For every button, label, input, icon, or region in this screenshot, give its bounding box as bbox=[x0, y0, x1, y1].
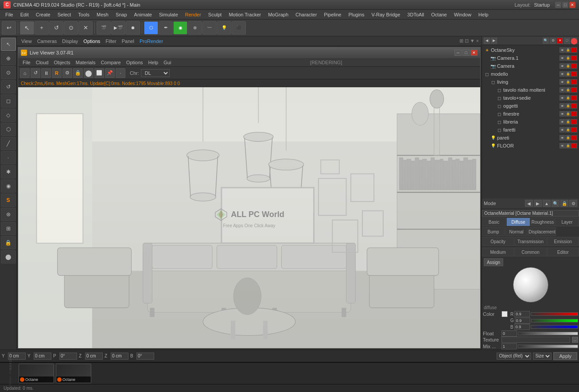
menu-mograph[interactable]: MoGraph bbox=[264, 11, 292, 18]
tree-render-octanesky[interactable] bbox=[571, 47, 577, 53]
mat-tab-normal[interactable]: Normal bbox=[505, 227, 528, 236]
tree-lock-camera1[interactable]: 🔒 bbox=[565, 55, 571, 61]
tree-item-camera1[interactable]: 📷 Camera.1 👁 🔒 bbox=[482, 54, 579, 62]
apply-button[interactable]: Apply bbox=[553, 352, 577, 360]
menu-plugins[interactable]: Plugins bbox=[345, 11, 368, 18]
tool-select[interactable]: ↖ bbox=[1, 38, 16, 51]
tree-vis-octanesky[interactable]: 👁 bbox=[560, 47, 565, 53]
close-button[interactable]: ✕ bbox=[569, 2, 575, 8]
tree-lock-camera[interactable]: 🔒 bbox=[565, 63, 571, 69]
tree-item-tavolo-rialto[interactable]: ◻ tavolo rialto molteni 👁 🔒 bbox=[482, 86, 579, 94]
lv-tool-refresh[interactable]: ↺ bbox=[31, 68, 40, 78]
tree-vis-pareti[interactable]: 👁 bbox=[560, 135, 565, 140]
lv-tool-settings[interactable]: ⚙ bbox=[62, 68, 72, 78]
menu-render[interactable]: Render bbox=[182, 11, 205, 18]
menu-motion-tracker[interactable]: Motion Tracker bbox=[225, 11, 264, 18]
tree-item-camera[interactable]: 📷 Camera 👁 🔒 bbox=[482, 62, 579, 70]
mode-scale-btn[interactable]: ⊙ bbox=[64, 21, 78, 35]
tree-lock-sedie[interactable]: 🔒 bbox=[565, 95, 571, 101]
tool-rotate2[interactable]: ↺ bbox=[1, 80, 16, 93]
lv-menu-options[interactable]: Options bbox=[124, 59, 146, 66]
maximize-button[interactable]: □ bbox=[562, 2, 568, 8]
size-dropdown[interactable]: Size bbox=[533, 353, 552, 360]
tree-item-modello[interactable]: ◻ modello 👁 🔒 bbox=[482, 70, 579, 78]
menu-octane[interactable]: Octane bbox=[427, 11, 450, 18]
mode-search-btn[interactable]: 🔍 bbox=[552, 200, 560, 207]
tool-nurbs-btn[interactable]: ⊕ bbox=[188, 21, 202, 35]
tree-lock-libreria[interactable]: 🔒 bbox=[565, 119, 571, 124]
texture-slot[interactable] bbox=[501, 337, 570, 343]
lv-minimize-btn[interactable]: ─ bbox=[455, 50, 462, 56]
lv-menu-file[interactable]: File bbox=[20, 59, 33, 66]
tool-render-btn[interactable]: ▶🎬 bbox=[111, 21, 125, 35]
tree-vis-camera1[interactable]: 👁 bbox=[560, 55, 565, 61]
taskbar-thumb-2[interactable]: Octane bbox=[56, 364, 91, 383]
lv-tool-square[interactable]: ⬜ bbox=[94, 68, 104, 78]
vc-prorender[interactable]: ProRender bbox=[138, 38, 165, 44]
tree-vis-sedie[interactable]: 👁 bbox=[560, 95, 565, 101]
mat-tab-diffuse[interactable]: Diffuse bbox=[506, 217, 530, 226]
mat-tab-editor[interactable]: Editor bbox=[547, 248, 579, 256]
tree-lock-faretti[interactable]: 🔒 bbox=[565, 127, 571, 132]
tree-header-btn-search[interactable]: 🔍 bbox=[543, 38, 549, 44]
tree-vis-libreria[interactable]: 👁 bbox=[560, 119, 565, 124]
menu-edit[interactable]: Edit bbox=[17, 11, 32, 18]
mode-move-btn[interactable]: + bbox=[35, 21, 49, 35]
tree-lock-tavolo-rialto[interactable]: 🔒 bbox=[565, 87, 571, 93]
tree-lock-octanesky[interactable]: 🔒 bbox=[565, 47, 571, 53]
lv-maximize-btn[interactable]: □ bbox=[462, 50, 470, 56]
tool-light-btn[interactable]: 💡 bbox=[217, 21, 231, 35]
coord-p-input[interactable] bbox=[59, 353, 77, 360]
live-viewer-viewport[interactable]: ALL PC World Free Apps One Click Away Re… bbox=[18, 87, 480, 348]
color-swatch[interactable] bbox=[501, 311, 508, 317]
tree-lock-pareti[interactable]: 🔒 bbox=[565, 135, 571, 140]
lv-close-btn[interactable]: ✕ bbox=[470, 50, 478, 56]
tree-vis-faretti[interactable]: 👁 bbox=[560, 127, 565, 132]
object-rel-dropdown[interactable]: Object (Rel) Object (Abs) World bbox=[497, 353, 531, 360]
mode-right-btn[interactable]: ▶ bbox=[534, 200, 542, 207]
tool-lock2[interactable]: 🔒 bbox=[1, 236, 16, 249]
lv-tool-pause[interactable]: ⏸ bbox=[41, 68, 51, 78]
tree-render-faretti[interactable] bbox=[571, 127, 577, 132]
lv-menu-cloud[interactable]: Cloud bbox=[33, 59, 51, 66]
tree-lock-finestre[interactable]: 🔒 bbox=[565, 111, 571, 116]
r-value-input[interactable] bbox=[514, 311, 530, 317]
mat-tab-common[interactable]: Common bbox=[514, 248, 546, 256]
tool-arr[interactable]: ⊞ bbox=[1, 222, 16, 235]
g-slider[interactable] bbox=[531, 319, 578, 322]
tree-header-btn-5[interactable]: ⬤ bbox=[571, 38, 577, 44]
tree-header-btn-settings[interactable]: ⚙ bbox=[550, 38, 556, 44]
tool-edge2[interactable]: ╱ bbox=[1, 137, 16, 150]
vc-filter[interactable]: Filter bbox=[104, 38, 118, 44]
mat-tab-medium[interactable]: Medium bbox=[482, 248, 514, 256]
tree-vis-oggetti[interactable]: 👁 bbox=[560, 103, 565, 109]
tree-render-living[interactable] bbox=[571, 79, 577, 85]
tree-lock-oggetti[interactable]: 🔒 bbox=[565, 103, 571, 109]
tool-sym[interactable]: ⊛ bbox=[1, 208, 16, 221]
tool-film-btn[interactable]: 🎬 bbox=[97, 21, 111, 35]
tool-record-btn[interactable]: ⏺ bbox=[126, 21, 140, 35]
mat-tab-opacity[interactable]: Opacity bbox=[482, 237, 514, 246]
lv-menu-materials[interactable]: Materials bbox=[73, 59, 98, 66]
taskbar-thumb-1[interactable]: Octane bbox=[19, 364, 54, 383]
lv-menu-objects[interactable]: Objects bbox=[51, 59, 73, 66]
tool-obj[interactable]: ◻ bbox=[1, 94, 16, 108]
minimize-button[interactable]: ─ bbox=[555, 2, 561, 8]
menu-create[interactable]: Create bbox=[32, 11, 54, 18]
float-value-input[interactable] bbox=[501, 330, 517, 337]
tree-vis-tavolo-rialto[interactable]: 👁 bbox=[560, 87, 565, 93]
tree-item-oggetti[interactable]: ◻ oggetti 👁 🔒 bbox=[482, 102, 579, 110]
tool-point2[interactable]: · bbox=[1, 151, 16, 164]
tree-render-camera[interactable] bbox=[571, 63, 577, 69]
tree-lock-living[interactable]: 🔒 bbox=[565, 79, 571, 85]
tree-item-libreria[interactable]: ◻ libreria 👁 🔒 bbox=[482, 118, 579, 126]
mode-left-btn[interactable]: ◀ bbox=[525, 200, 533, 207]
tree-header-btn-1[interactable]: ◀ bbox=[484, 38, 490, 44]
lv-tool-dot[interactable]: · bbox=[116, 68, 125, 78]
lv-channel-select[interactable]: DL Beauty bbox=[141, 69, 170, 77]
lv-tool-home[interactable]: ⌂ bbox=[20, 68, 30, 78]
tree-item-finestre[interactable]: ◻ finestre 👁 🔒 bbox=[482, 110, 579, 118]
tool-deform-btn[interactable]: 〰 bbox=[202, 21, 217, 35]
vc-view[interactable]: View bbox=[19, 38, 34, 44]
menu-animate[interactable]: Animate bbox=[131, 11, 155, 18]
